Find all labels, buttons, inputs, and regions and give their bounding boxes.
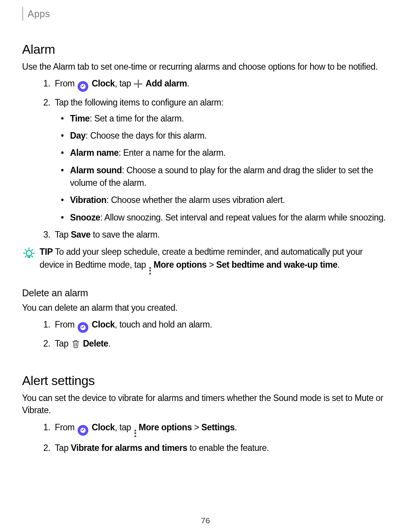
alarm-steps: From Clock, tap Add alarm. Tap the follo… [22,77,389,241]
breadcrumb-divider [22,7,23,21]
clock-icon [78,322,88,333]
alarm-step-3: Tap Save to save the alarm. [53,228,389,241]
delete-steps: From Clock, touch and hold an alarm. Tap… [22,318,389,352]
tip-block: TIP To add your sleep schedule, create a… [22,246,389,274]
more-options-icon [149,267,151,275]
alarm-config-list: Time: Set a time for the alarm. Day: Cho… [55,112,389,224]
delete-heading: Delete an alarm [22,288,389,299]
alarm-step-2: Tap the following items to configure an … [53,96,389,224]
delete-step-2: Tap Delete. [53,337,389,352]
alert-step-2: Tap Vibrate for alarms and timers to ena… [53,442,389,454]
more-options-icon [134,430,137,437]
breadcrumb: Apps [22,7,389,21]
svg-point-0 [26,251,32,256]
alert-intro: You can set the device to vibrate for al… [22,392,389,416]
clock-label: Clock [92,78,115,88]
list-item: Alarm name: Enter a name for the alarm. [68,147,389,159]
breadcrumb-label: Apps [28,8,50,19]
delete-intro: You can delete an alarm that you created… [22,302,389,314]
clock-icon [78,425,88,436]
list-item: Alarm sound: Choose a sound to play for … [68,164,389,190]
tip-prefix: TIP [40,247,53,257]
plus-icon [134,80,142,88]
alarm-step-1: From Clock, tap Add alarm. [53,77,389,92]
list-item: Day: Choose the days for this alarm. [68,129,389,142]
delete-step-1: From Clock, touch and hold an alarm. [53,318,389,333]
list-item: Snooze: Allow snoozing. Set interval and… [68,211,389,224]
page-number: 76 [0,516,411,525]
list-item: Time: Set a time for the alarm. [68,112,389,125]
trash-icon [72,339,80,352]
alert-steps: From Clock, tap More options > Settings.… [22,421,389,454]
page-container: Apps Alarm Use the Alarm tab to set one-… [0,0,411,532]
tip-content: TIP To add your sleep schedule, create a… [40,246,389,274]
lightbulb-icon [22,246,37,264]
add-alarm-label: Add alarm [145,78,187,88]
list-item: Vibration: Choose whether the alarm uses… [68,194,389,206]
alert-heading: Alert settings [22,373,389,388]
alert-step-1: From Clock, tap More options > Settings. [53,421,389,437]
alarm-heading: Alarm [22,42,389,57]
clock-icon [78,81,88,92]
alarm-intro: Use the Alarm tab to set one-time or rec… [22,61,389,73]
